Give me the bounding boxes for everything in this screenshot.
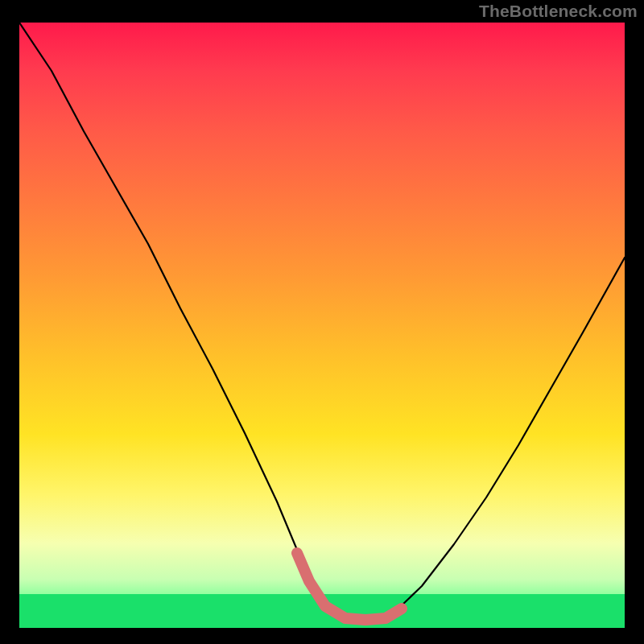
curve-svg	[19, 23, 625, 628]
chart-frame: TheBottleneck.com	[0, 0, 644, 644]
bottleneck-curve	[19, 23, 625, 618]
plot-area	[19, 23, 625, 628]
watermark-text: TheBottleneck.com	[479, 2, 638, 21]
bottom-accent	[297, 553, 402, 620]
